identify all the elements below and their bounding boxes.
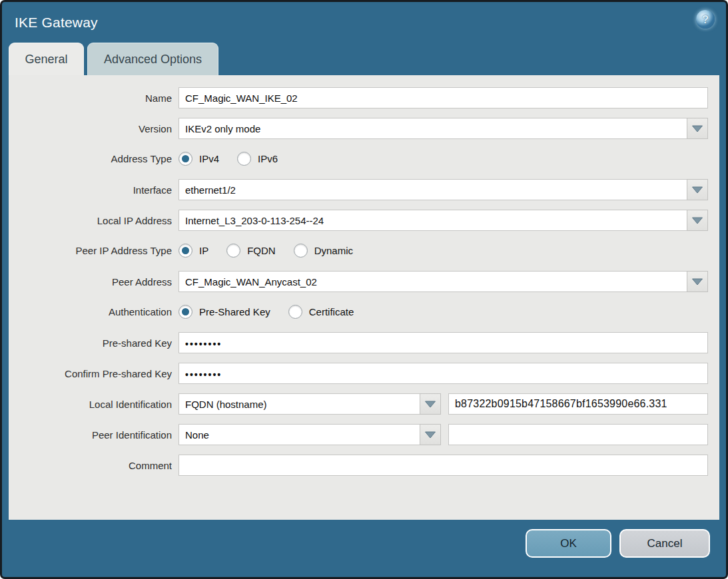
chevron-down-icon	[424, 399, 436, 409]
interface-dropdown-button[interactable]	[687, 179, 708, 200]
chevron-down-icon	[691, 124, 703, 133]
radio-ipv4-circle[interactable]	[179, 152, 192, 166]
radio-pre-shared-key-circle[interactable]	[179, 305, 192, 319]
row-pre-shared-key: Pre-shared Key	[9, 332, 708, 353]
radio-certificate-circle[interactable]	[288, 305, 302, 319]
chevron-down-icon	[691, 185, 703, 194]
radio-peer-fqdn[interactable]: FQDN	[226, 244, 276, 258]
tab-bar: General Advanced Options	[2, 42, 726, 75]
row-confirm-pre-shared-key: Confirm Pre-shared Key	[9, 363, 708, 384]
radio-peer-dynamic[interactable]: Dynamic	[294, 244, 353, 258]
row-peer-address: Peer Address	[9, 271, 708, 292]
comment-input[interactable]	[179, 455, 708, 476]
version-select[interactable]	[179, 118, 687, 139]
peer-identification-dropdown-button[interactable]	[420, 424, 441, 445]
radio-peer-fqdn-circle[interactable]	[226, 244, 240, 258]
local-identification-value-input[interactable]	[448, 393, 708, 415]
pre-shared-key-label: Pre-shared Key	[9, 337, 172, 349]
confirm-pre-shared-key-label: Confirm Pre-shared Key	[9, 368, 172, 379]
radio-ipv4[interactable]: IPv4	[179, 152, 219, 166]
radio-peer-ip[interactable]: IP	[179, 244, 208, 258]
row-peer-identification: Peer Identification	[9, 424, 708, 445]
authentication-label: Authentication	[9, 306, 172, 317]
peer-address-select[interactable]	[179, 271, 687, 292]
interface-label: Interface	[9, 184, 172, 196]
radio-ipv6[interactable]: IPv6	[237, 152, 278, 166]
radio-ipv6-circle[interactable]	[237, 152, 251, 166]
interface-select[interactable]	[179, 179, 687, 200]
row-authentication: Authentication Pre-Shared Key Certificat…	[9, 301, 708, 321]
row-local-ip-address: Local IP Address	[9, 210, 708, 231]
local-identification-label: Local Identification	[9, 399, 172, 410]
row-name: Name	[9, 87, 708, 108]
dialog-footer: OK Cancel	[2, 520, 726, 579]
pre-shared-key-input[interactable]	[179, 332, 708, 353]
peer-ip-address-type-label: Peer IP Address Type	[9, 245, 172, 256]
radio-pre-shared-key[interactable]: Pre-Shared Key	[179, 305, 270, 319]
chevron-down-icon	[691, 216, 703, 225]
version-dropdown-button[interactable]	[687, 118, 708, 139]
peer-identification-label: Peer Identification	[9, 429, 172, 441]
peer-identification-type-select[interactable]	[179, 424, 420, 445]
version-label: Version	[9, 123, 172, 134]
peer-identification-value-input[interactable]	[448, 424, 708, 445]
local-ip-address-select[interactable]	[179, 210, 687, 231]
local-ip-address-label: Local IP Address	[9, 215, 172, 226]
dialog-titlebar: IKE Gateway ?	[2, 2, 726, 42]
name-input[interactable]	[179, 87, 708, 108]
row-peer-ip-address-type: Peer IP Address Type IP FQDN Dynamic	[9, 240, 708, 260]
dialog-title: IKE Gateway	[2, 13, 98, 31]
radio-peer-ip-circle[interactable]	[179, 244, 192, 258]
name-label: Name	[9, 93, 172, 104]
confirm-pre-shared-key-input[interactable]	[179, 363, 708, 384]
tab-general[interactable]: General	[9, 43, 84, 75]
row-address-type: Address Type IPv4 IPv6	[9, 148, 708, 168]
tab-advanced-options[interactable]: Advanced Options	[87, 43, 218, 75]
comment-label: Comment	[9, 460, 172, 471]
chevron-down-icon	[424, 430, 436, 439]
address-type-label: Address Type	[9, 153, 172, 164]
row-local-identification: Local Identification	[9, 393, 708, 415]
radio-peer-dynamic-circle[interactable]	[294, 244, 308, 258]
cancel-button[interactable]: Cancel	[619, 529, 710, 558]
ike-gateway-dialog: IKE Gateway ? General Advanced Options N…	[0, 0, 728, 579]
chevron-down-icon	[691, 277, 703, 286]
local-ip-dropdown-button[interactable]	[687, 210, 708, 231]
peer-address-label: Peer Address	[9, 276, 172, 288]
ok-button[interactable]: OK	[526, 529, 611, 558]
help-icon[interactable]: ?	[696, 10, 715, 29]
general-tab-panel: Name Version Address Type	[9, 75, 719, 520]
radio-certificate[interactable]: Certificate	[288, 305, 354, 319]
row-interface: Interface	[9, 179, 708, 200]
row-version: Version	[9, 118, 708, 139]
local-identification-type-select[interactable]	[179, 393, 420, 415]
peer-address-dropdown-button[interactable]	[687, 271, 708, 292]
row-comment: Comment	[9, 455, 708, 476]
local-identification-dropdown-button[interactable]	[420, 393, 441, 415]
